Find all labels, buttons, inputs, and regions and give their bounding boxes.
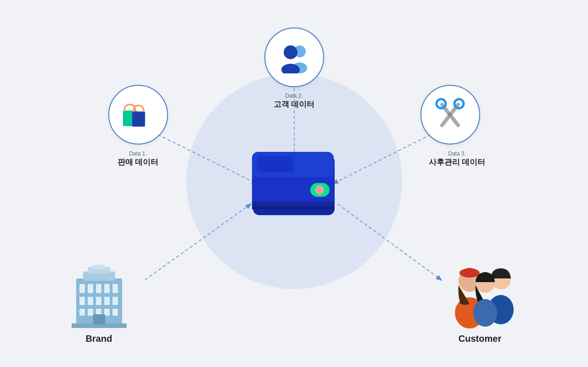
brand-label: Brand xyxy=(86,334,112,344)
svg-rect-36 xyxy=(96,297,101,305)
svg-rect-33 xyxy=(112,284,118,293)
svg-rect-28 xyxy=(93,265,105,269)
svg-point-10 xyxy=(284,45,297,59)
svg-point-53 xyxy=(473,299,497,327)
svg-rect-29 xyxy=(79,284,85,293)
data-label-3: Data 3. 사후관리 데이터 xyxy=(411,150,503,167)
svg-rect-45 xyxy=(93,314,105,324)
wallet-illustration xyxy=(248,142,340,222)
svg-rect-43 xyxy=(112,309,118,316)
data-circle-2 xyxy=(264,28,324,87)
svg-rect-30 xyxy=(88,284,93,293)
svg-rect-39 xyxy=(79,309,85,316)
svg-point-16 xyxy=(448,113,452,117)
svg-line-5 xyxy=(338,204,441,280)
data-label-1: Data 1. 판매 데이터 xyxy=(97,150,179,167)
svg-line-4 xyxy=(145,204,251,280)
customer-label: Customer xyxy=(459,334,501,344)
svg-rect-40 xyxy=(88,309,93,316)
svg-point-22 xyxy=(315,185,324,195)
svg-rect-34 xyxy=(79,297,85,305)
data-label-2: Data 2. 고객 데이터 xyxy=(253,93,336,110)
svg-point-50 xyxy=(464,268,476,274)
svg-rect-42 xyxy=(104,309,110,316)
data-circle-3 xyxy=(420,85,480,145)
brand-item: Brand xyxy=(69,265,129,344)
svg-rect-37 xyxy=(104,297,110,305)
data-circle-1 xyxy=(108,85,168,145)
svg-rect-20 xyxy=(257,156,293,172)
svg-rect-31 xyxy=(96,284,101,293)
svg-rect-24 xyxy=(252,206,334,209)
svg-rect-7 xyxy=(132,111,145,127)
svg-rect-38 xyxy=(112,297,118,305)
diagram-container: Data 1. 판매 데이터 Data 2. 고객 데이터 xyxy=(42,14,547,353)
svg-rect-35 xyxy=(88,297,93,305)
customer-item: Customer xyxy=(441,260,519,344)
svg-rect-32 xyxy=(104,284,110,293)
